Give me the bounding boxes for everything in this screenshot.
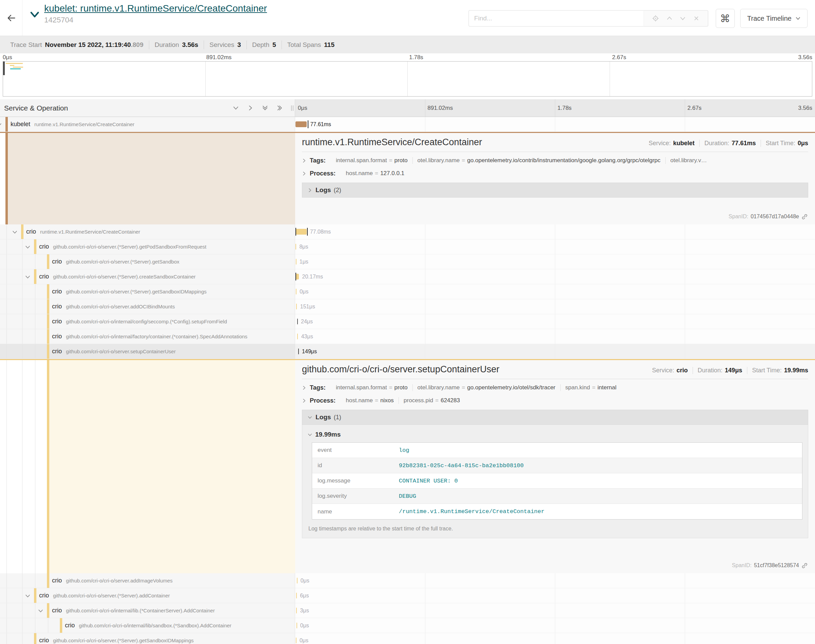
span-bar-cell[interactable]: 0μs: [295, 633, 815, 644]
span-duration-label: 0μs: [300, 618, 309, 633]
span-name-cell[interactable]: criogithub.com/cri-o/cri-o/server.setupC…: [0, 344, 295, 359]
chevron-down-icon[interactable]: [25, 274, 30, 279]
span-row[interactable]: criogithub.com/cri-o/cri-o/internal/fact…: [0, 329, 815, 344]
span-name-cell[interactable]: criogithub.com/cri-o/cri-o/server.addIma…: [0, 573, 295, 588]
prev-result-icon[interactable]: [666, 15, 673, 21]
span-row[interactable]: criogithub.com/cri-o/cri-o/internal/conf…: [0, 314, 815, 329]
logs-accordion[interactable]: Logs(1): [302, 410, 808, 425]
span-name-cell[interactable]: criogithub.com/cri-o/cri-o/server.(*Serv…: [0, 239, 295, 255]
span-bar-cell[interactable]: 0μs: [295, 573, 815, 588]
span-row[interactable]: criogithub.com/cri-o/cri-o/server.addOCI…: [0, 299, 815, 314]
span-row[interactable]: criogithub.com/cri-o/cri-o/internal/lib.…: [0, 603, 815, 618]
chevron-right-icon: [302, 386, 306, 390]
span-row[interactable]: criogithub.com/cri-o/cri-o/internal/lib/…: [0, 618, 815, 633]
span-bar-cell[interactable]: 43μs: [295, 329, 815, 344]
span-bar-cell[interactable]: 8μs: [295, 239, 815, 255]
span-bar[interactable]: [297, 578, 297, 583]
span-row[interactable]: criogithub.com/cri-o/cri-o/server.(*Serv…: [0, 239, 815, 255]
span-row[interactable]: criogithub.com/cri-o/cri-o/server.(*Serv…: [0, 255, 815, 269]
span-row[interactable]: criogithub.com/cri-o/cri-o/server.(*Serv…: [0, 269, 815, 284]
expand-all-icon[interactable]: [277, 105, 283, 111]
chevron-down-icon[interactable]: [38, 608, 43, 613]
collapse-trace-chevron-icon[interactable]: [30, 10, 40, 18]
expand-one-icon[interactable]: [248, 105, 253, 111]
span-bar-cell[interactable]: 77.61ms: [295, 117, 815, 132]
span-bar[interactable]: [296, 593, 297, 598]
span-bar-cell[interactable]: 6μs: [295, 588, 815, 603]
span-row[interactable]: kubeletruntime.v1.RuntimeService/CreateC…: [0, 117, 815, 132]
span-bar[interactable]: [296, 259, 297, 265]
span-bar[interactable]: [297, 319, 298, 324]
span-name-cell[interactable]: criogithub.com/cri-o/cri-o/server.(*Serv…: [0, 284, 295, 299]
log-entry-header[interactable]: 19.99ms: [308, 428, 803, 441]
span-bar[interactable]: [296, 304, 297, 310]
collapse-one-icon[interactable]: [233, 105, 239, 111]
span-name-cell[interactable]: criogithub.com/cri-o/cri-o/internal/conf…: [0, 314, 295, 329]
span-bar-cell[interactable]: 77.08ms: [295, 224, 815, 239]
span-bar[interactable]: [296, 608, 297, 613]
span-bar-cell[interactable]: 24μs: [295, 314, 815, 329]
span-name-cell[interactable]: criogithub.com/cri-o/cri-o/internal/fact…: [0, 329, 295, 344]
find-input[interactable]: [469, 10, 643, 26]
span-name-cell[interactable]: crioruntime.v1.RuntimeService/CreateCont…: [0, 224, 295, 239]
minimap-drag-handle[interactable]: [3, 61, 5, 75]
span-bar-cell[interactable]: 151μs: [295, 299, 815, 314]
span-row[interactable]: crioruntime.v1.RuntimeService/CreateCont…: [0, 224, 815, 239]
span-bar[interactable]: [297, 334, 298, 339]
span-row[interactable]: criogithub.com/cri-o/cri-o/server.addIma…: [0, 573, 815, 588]
span-bar[interactable]: [296, 229, 307, 235]
span-bar[interactable]: [296, 289, 297, 294]
span-bar[interactable]: [297, 623, 297, 629]
collapse-all-icon[interactable]: [262, 105, 268, 111]
logs-accordion[interactable]: Logs(2): [302, 182, 808, 198]
span-row[interactable]: criogithub.com/cri-o/cri-o/server.(*Serv…: [0, 633, 815, 644]
operation-name: github.com/cri-o/cri-o/server.(*Server).…: [66, 259, 179, 265]
chevron-down-icon[interactable]: [25, 244, 30, 250]
tags-row[interactable]: Tags: internal.span.format=proto otel.li…: [302, 154, 808, 167]
span-name-cell[interactable]: criogithub.com/cri-o/cri-o/server.(*Serv…: [0, 255, 295, 269]
service-color-strip: [47, 314, 49, 329]
span-bar[interactable]: [296, 274, 299, 279]
process-row[interactable]: Process: host.name=nixos process.pid=624…: [302, 394, 808, 407]
locate-icon[interactable]: [652, 15, 659, 22]
back-button[interactable]: [0, 0, 23, 36]
span-bar-cell[interactable]: 1μs: [295, 255, 815, 269]
span-row[interactable]: criogithub.com/cri-o/cri-o/server.setupC…: [0, 344, 815, 359]
link-icon[interactable]: [801, 213, 807, 220]
span-bar[interactable]: [296, 244, 296, 250]
keyboard-shortcuts-button[interactable]: ⌘: [716, 9, 735, 28]
span-bar-cell[interactable]: 0μs: [295, 618, 815, 633]
span-bar-cell[interactable]: 20.17ms: [295, 269, 815, 284]
span-bar-cell[interactable]: 3μs: [295, 603, 815, 618]
process-row[interactable]: Process: host.name=127.0.0.1: [302, 167, 808, 180]
span-bar-cell[interactable]: 0μs: [295, 284, 815, 299]
span-bar[interactable]: [298, 348, 299, 354]
tags-row[interactable]: Tags: internal.span.format=proto otel.li…: [302, 381, 808, 394]
span-name-cell[interactable]: criogithub.com/cri-o/cri-o/server.(*Serv…: [0, 269, 295, 284]
span-detail-block: runtime.v1.RuntimeService/CreateContaine…: [0, 132, 815, 224]
span-bar-cell[interactable]: 149μs: [295, 344, 815, 359]
span-bar[interactable]: [296, 121, 307, 127]
link-icon[interactable]: [801, 563, 807, 569]
span-row[interactable]: criogithub.com/cri-o/cri-o/server.(*Serv…: [0, 284, 815, 299]
minimap-canvas[interactable]: [3, 61, 812, 97]
chevron-down-icon[interactable]: [0, 122, 2, 127]
log-field-row: eventlog: [312, 443, 802, 458]
span-name-cell[interactable]: criogithub.com/cri-o/cri-o/server.addOCI…: [0, 299, 295, 314]
clear-search-icon[interactable]: [693, 15, 699, 21]
span-name-cell[interactable]: kubeletruntime.v1.RuntimeService/CreateC…: [0, 117, 295, 132]
detail-service: Service:kubelet: [644, 140, 700, 147]
chevron-down-icon[interactable]: [12, 230, 17, 235]
column-resizer-grip[interactable]: [291, 106, 293, 111]
span-name-cell[interactable]: criogithub.com/cri-o/cri-o/server.(*Serv…: [0, 588, 295, 603]
service-color-strip: [47, 603, 49, 618]
span-bar[interactable]: [296, 638, 297, 643]
next-result-icon[interactable]: [680, 15, 686, 21]
trace-title-link[interactable]: kubelet: runtime.v1.RuntimeService/Creat…: [44, 3, 267, 14]
span-name-cell[interactable]: criogithub.com/cri-o/cri-o/internal/lib/…: [0, 618, 295, 633]
span-name-cell[interactable]: criogithub.com/cri-o/cri-o/server.(*Serv…: [0, 633, 295, 644]
span-row[interactable]: criogithub.com/cri-o/cri-o/server.(*Serv…: [0, 588, 815, 603]
view-selector-button[interactable]: Trace Timeline: [740, 9, 807, 28]
chevron-down-icon[interactable]: [25, 593, 30, 598]
span-name-cell[interactable]: criogithub.com/cri-o/cri-o/internal/lib.…: [0, 603, 295, 618]
